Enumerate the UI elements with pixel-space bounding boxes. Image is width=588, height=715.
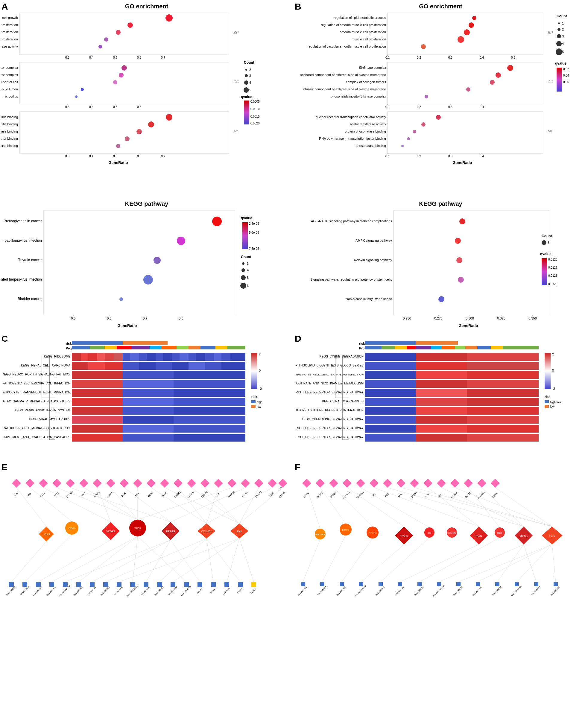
svg-text:4: 4	[562, 42, 564, 45]
svg-marker-437	[214, 479, 223, 488]
svg-rect-459	[90, 582, 94, 587]
svg-text:hsa-miR-6005: hsa-miR-6005	[181, 585, 191, 596]
svg-rect-276	[173, 371, 245, 379]
svg-text:hsa-miR-103: hsa-miR-103	[531, 586, 541, 596]
svg-rect-469	[157, 582, 162, 587]
svg-line-491	[97, 488, 111, 522]
svg-point-199	[459, 218, 465, 224]
svg-text:MF: MF	[233, 129, 239, 133]
kegg-a-title: KEGG pathway	[125, 200, 168, 207]
svg-point-189	[241, 275, 246, 280]
svg-rect-263	[72, 362, 88, 370]
svg-text:hsa-miR-367: hsa-miR-367	[317, 586, 327, 596]
svg-text:2.5e-05: 2.5e-05	[249, 222, 259, 225]
svg-rect-271	[205, 362, 222, 370]
svg-rect-248	[123, 353, 130, 361]
svg-rect-580	[320, 582, 324, 586]
svg-text:regulation of lipid metabolic : regulation of lipid metabolic process	[334, 16, 386, 19]
svg-rect-346	[365, 371, 416, 379]
svg-rect-370	[365, 425, 416, 433]
svg-rect-582	[340, 582, 344, 586]
svg-rect-230	[105, 346, 117, 349]
svg-rect-254	[172, 353, 180, 361]
svg-rect-453	[49, 582, 54, 587]
svg-text:KEGG_FC_GAMMA_R_MEDIATED_PHAGO: KEGG_FC_GAMMA_R_MEDIATED_PHAGOCYTOSIS	[3, 400, 70, 403]
svg-rect-334	[477, 346, 491, 349]
svg-rect-245	[97, 353, 105, 361]
svg-text:TP73: TP73	[53, 492, 59, 498]
svg-rect-451	[36, 582, 41, 587]
svg-rect-375	[416, 434, 467, 441]
svg-text:0.7: 0.7	[161, 155, 165, 158]
svg-line-510	[79, 536, 138, 582]
svg-rect-592	[437, 582, 441, 586]
svg-line-622	[322, 536, 345, 582]
svg-text:fibroblast proliferation: fibroblast proliferation	[1, 30, 18, 34]
svg-marker-558	[370, 479, 379, 488]
svg-rect-461	[103, 582, 108, 587]
svg-text:KEGG_VIRAL_MYOCARDITIS: KEGG_VIRAL_MYOCARDITIS	[322, 400, 364, 403]
svg-text:0.4: 0.4	[89, 105, 93, 109]
svg-rect-362	[365, 407, 416, 415]
svg-text:KEGG_PATHOGENIC_ESCHERICHIA_CO: KEGG_PATHOGENIC_ESCHERICHIA_COLI_INFECTI…	[3, 382, 70, 385]
svg-point-10	[104, 37, 108, 42]
svg-point-45	[245, 74, 248, 77]
svg-text:0.3: 0.3	[65, 155, 69, 158]
svg-text:-2: -2	[552, 387, 555, 390]
svg-text:0.2: 0.2	[417, 155, 421, 158]
svg-rect-159	[43, 210, 235, 315]
svg-text:hsa-miR-485-5p: hsa-miR-485-5p	[59, 585, 71, 597]
svg-rect-265	[105, 362, 123, 370]
svg-text:-2: -2	[259, 387, 262, 390]
svg-text:JUN: JUN	[14, 492, 19, 497]
svg-rect-113	[387, 62, 543, 104]
svg-text:hsa-miR-302d: hsa-miR-302d	[19, 585, 29, 596]
svg-text:hsa-miR-205: hsa-miR-205	[6, 586, 16, 596]
svg-rect-359	[416, 398, 467, 406]
svg-text:hsa-miR-199-3p: hsa-miR-199-3p	[126, 585, 138, 597]
svg-rect-467	[144, 582, 148, 587]
svg-point-29	[122, 65, 127, 71]
svg-point-33	[75, 95, 78, 98]
svg-rect-367	[416, 416, 467, 424]
svg-text:hsa-miR-140-5p: hsa-miR-140-5p	[433, 585, 445, 597]
svg-text:high: high	[257, 400, 262, 404]
svg-rect-455	[63, 582, 68, 587]
svg-text:0.3: 0.3	[448, 155, 453, 158]
svg-marker-427	[147, 479, 155, 488]
svg-marker-576	[491, 479, 500, 488]
svg-rect-239	[227, 346, 245, 349]
svg-rect-253	[163, 353, 172, 361]
svg-point-49	[244, 87, 249, 93]
svg-rect-578	[301, 582, 305, 586]
svg-rect-290	[72, 407, 123, 415]
svg-rect-473	[184, 582, 189, 587]
svg-text:KEGG_RIBOSOME: KEGG_RIBOSOME	[44, 355, 70, 358]
svg-marker-413	[52, 479, 61, 488]
svg-text:hsa-miR-373: hsa-miR-373	[100, 586, 110, 596]
svg-rect-264	[88, 362, 105, 370]
svg-rect-303	[123, 434, 173, 441]
svg-text:0.4: 0.4	[480, 56, 484, 59]
svg-point-145	[436, 115, 441, 120]
svg-text:0.3: 0.3	[65, 56, 69, 59]
panel-b-label: B	[295, 1, 301, 12]
svg-text:COL4A2: COL4A2	[447, 532, 457, 534]
svg-point-120	[507, 65, 513, 71]
svg-rect-463	[117, 582, 122, 587]
svg-text:transcription regulator comple: transcription regulator complex	[1, 73, 18, 77]
svg-text:0.1: 0.1	[385, 56, 390, 59]
svg-point-121	[496, 72, 501, 78]
svg-text:low: low	[550, 405, 555, 408]
svg-rect-594	[456, 582, 461, 586]
svg-marker-445	[268, 479, 277, 488]
svg-text:NR2F2: NR2F2	[316, 492, 323, 499]
svg-text:regulation of fibroblast proli: regulation of fibroblast proliferation	[1, 23, 18, 27]
svg-rect-249	[130, 353, 139, 361]
svg-text:HRAS: HRAS	[42, 533, 50, 536]
svg-text:platelet alpha granule lumen: platelet alpha granule lumen	[1, 87, 18, 91]
svg-rect-324	[416, 341, 458, 345]
svg-text:0.3: 0.3	[448, 105, 453, 109]
svg-text:CC: CC	[548, 80, 553, 84]
svg-point-187	[241, 268, 245, 272]
